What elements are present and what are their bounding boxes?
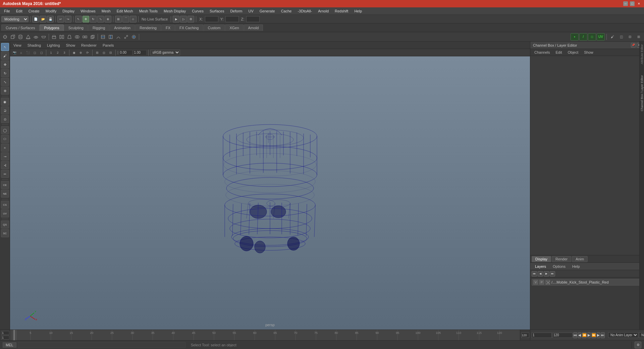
- tab-display[interactable]: Display: [532, 256, 551, 262]
- tab-edit[interactable]: Edit: [553, 50, 565, 55]
- separate-icon-btn[interactable]: [81, 33, 89, 41]
- bridge-icon-btn[interactable]: [58, 33, 65, 41]
- menu-create[interactable]: Create: [26, 8, 42, 14]
- vp-value2-input[interactable]: [133, 50, 147, 55]
- relax-tool[interactable]: ≈: [1, 144, 9, 152]
- layers-tab[interactable]: Layers: [533, 264, 548, 269]
- color-set-btn[interactable]: CS: [1, 201, 9, 209]
- x-input[interactable]: [205, 16, 218, 22]
- menu-curves[interactable]: Curves: [189, 8, 206, 14]
- no-char-set-select[interactable]: No Character Set: [639, 332, 644, 338]
- component-editor-btn[interactable]: CE: [1, 181, 9, 189]
- pinch-tool[interactable]: ⊰: [1, 161, 9, 169]
- uv-editor[interactable]: ◫: [617, 33, 625, 41]
- tab-rendering[interactable]: Rendering: [135, 24, 161, 31]
- move-tool[interactable]: ✥: [1, 60, 9, 68]
- viewport-menu-panels[interactable]: Panels: [101, 43, 116, 48]
- tab-fx-caching[interactable]: FX Caching: [175, 24, 203, 31]
- component-mode-edge[interactable]: /: [579, 33, 587, 41]
- layer-vis-toggle[interactable]: V: [533, 280, 538, 285]
- timeline-ruler[interactable]: 5 10 15 20 25 30 35 40 45 50 5: [10, 330, 520, 340]
- universal-manip[interactable]: ⊕: [1, 87, 9, 95]
- tab-curves-surfaces[interactable]: Curves / Surfaces: [1, 24, 39, 31]
- go-start-btn[interactable]: ⏮: [573, 332, 577, 338]
- tab-sculpting[interactable]: Sculpting: [64, 24, 88, 31]
- menu-uv[interactable]: UV: [246, 8, 256, 14]
- snap-curve-btn[interactable]: ⌒: [122, 16, 129, 22]
- prev-frame-btn[interactable]: ◀: [578, 332, 581, 338]
- move-tool-btn[interactable]: ✥: [83, 16, 89, 22]
- layer-nav-first[interactable]: ⏮: [532, 271, 537, 277]
- menu-mesh-display[interactable]: Mesh Display: [161, 8, 189, 14]
- quick-select-btn[interactable]: QS: [1, 220, 9, 229]
- selection-constraint-btn[interactable]: SC: [1, 229, 9, 237]
- channel-box-layer-tab[interactable]: Channel Box / Layer Editor: [640, 74, 644, 113]
- menu-arnold[interactable]: Arnold: [315, 8, 331, 14]
- loop-cut-btn[interactable]: [99, 33, 107, 41]
- vp-frame-sel-btn[interactable]: ◻: [32, 50, 38, 56]
- vp-xray[interactable]: ⊟: [108, 50, 114, 56]
- menu-generate[interactable]: Generate: [257, 8, 278, 14]
- rotate-tool-btn[interactable]: ↻: [90, 16, 97, 22]
- timeline-start-input[interactable]: [1, 331, 9, 335]
- undo-btn[interactable]: ↩: [57, 16, 64, 22]
- ring-select-btn[interactable]: [107, 33, 114, 41]
- cylinder-icon-btn[interactable]: [17, 33, 24, 41]
- sphere-icon-btn[interactable]: [1, 33, 9, 41]
- vp-isolate[interactable]: ◎: [101, 50, 107, 56]
- redo-btn[interactable]: ↪: [65, 16, 71, 22]
- window-controls[interactable]: ─ □ ✕: [623, 1, 641, 6]
- tab-anim[interactable]: Anim: [572, 256, 588, 262]
- tab-fx[interactable]: FX: [161, 24, 175, 31]
- close-button[interactable]: ✕: [637, 1, 641, 6]
- torus-icon-btn[interactable]: [32, 33, 40, 41]
- rotate-tool[interactable]: ↻: [1, 69, 9, 77]
- paint-weights[interactable]: ⊙: [1, 115, 9, 123]
- tab-animation[interactable]: Animation: [110, 24, 135, 31]
- status-command-input[interactable]: [18, 342, 185, 348]
- smooth-tool[interactable]: ⬭: [1, 135, 9, 143]
- options-tab[interactable]: Options: [551, 264, 568, 269]
- menu-file[interactable]: File: [1, 8, 13, 14]
- extrude-icon-btn[interactable]: [50, 33, 58, 41]
- cube-icon-btn[interactable]: [9, 33, 16, 41]
- vp-wireframe-btn[interactable]: ◻: [38, 50, 44, 56]
- z-input[interactable]: [246, 16, 260, 22]
- snap-point-btn[interactable]: ⊹: [130, 16, 137, 22]
- vp-disp-2[interactable]: 2: [55, 50, 61, 56]
- component-mode-vertex[interactable]: ▪: [571, 33, 579, 41]
- attribute-editor-tab[interactable]: Attribute Editor: [640, 43, 644, 66]
- menu-modify[interactable]: Modify: [43, 8, 59, 14]
- play-btn[interactable]: ▶: [587, 332, 591, 338]
- tab-render[interactable]: Render: [552, 256, 571, 262]
- vp-camera-btn[interactable]: 📷: [11, 50, 17, 56]
- bevel-icon-btn[interactable]: [66, 33, 73, 41]
- range-start-input[interactable]: [532, 333, 552, 338]
- unfold-uvs[interactable]: ⊞: [635, 33, 643, 41]
- range-end-input[interactable]: [552, 333, 573, 338]
- uv-set-btn[interactable]: UV: [1, 209, 9, 217]
- tab-object[interactable]: Object: [565, 50, 581, 55]
- soft-select[interactable]: ◉: [1, 98, 9, 106]
- merge-vertices-btn[interactable]: [122, 33, 130, 41]
- crease-edge-btn[interactable]: [115, 33, 122, 41]
- tab-arnold[interactable]: Arnold: [244, 24, 263, 31]
- menu-surfaces[interactable]: Surfaces: [207, 8, 227, 14]
- menu-deform[interactable]: Deform: [227, 8, 245, 14]
- plane-icon-btn[interactable]: [40, 33, 47, 41]
- viewport-menu-lighting[interactable]: Lighting: [45, 43, 62, 48]
- paint-select-tool[interactable]: 🖌: [1, 52, 9, 60]
- timeline-end-input[interactable]: [521, 333, 529, 338]
- vp-reset-view[interactable]: ⟳: [85, 50, 91, 56]
- snap-grid-btn[interactable]: ⊞: [115, 16, 122, 22]
- y-input[interactable]: [225, 16, 239, 22]
- paint-vtx-color[interactable]: 🖌: [608, 33, 616, 41]
- go-end-btn[interactable]: ⏭: [601, 332, 605, 338]
- viewport-menu-show[interactable]: Show: [64, 43, 77, 48]
- viewport-canvas[interactable]: .wire { stroke: #1a1a8a; stroke-width: 0…: [10, 56, 530, 330]
- mode-dropdown[interactable]: Modeling Rigging Animation FX Rendering: [1, 16, 29, 22]
- scale-tool-btn[interactable]: ⤡: [97, 16, 104, 22]
- next-key-btn[interactable]: ⏩: [591, 332, 596, 338]
- timeline-current-input[interactable]: [1, 336, 9, 340]
- render-scene-btn[interactable]: ▶: [173, 16, 179, 22]
